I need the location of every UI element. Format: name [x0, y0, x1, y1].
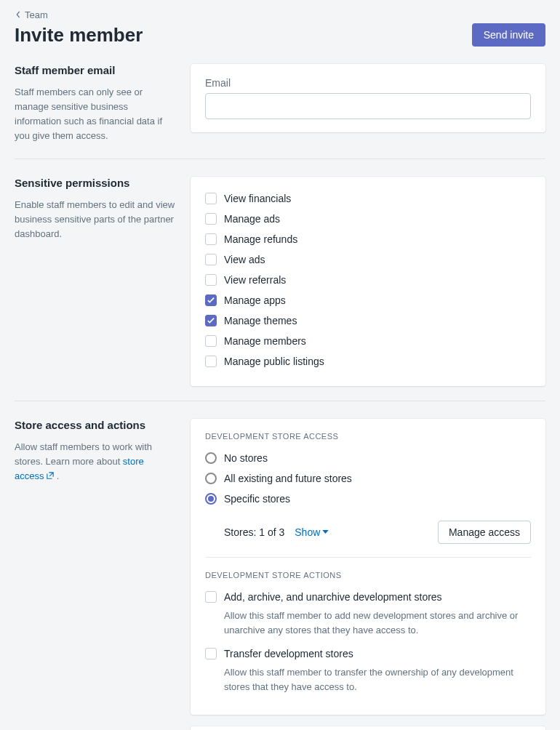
permission-1-row[interactable]: Manage ads	[205, 210, 531, 228]
permission-3-checkbox[interactable]	[205, 254, 217, 265]
show-stores-toggle[interactable]: Show	[295, 526, 329, 538]
permission-2-checkbox[interactable]	[205, 233, 217, 245]
manage-access-button[interactable]: Manage access	[438, 521, 531, 544]
dev-access-option-2-radio[interactable]	[205, 493, 217, 505]
external-link-icon	[47, 472, 54, 479]
dev-action-0-desc: Allow this staff member to add new devel…	[205, 609, 531, 638]
permission-8-checkbox[interactable]	[205, 356, 217, 367]
section-desc-permissions: Enable staff members to edit and view bu…	[15, 198, 176, 241]
permission-7-checkbox[interactable]	[205, 335, 217, 347]
section-title-permissions: Sensitive permissions	[15, 177, 176, 189]
card-heading-dev-access: Development store access	[205, 432, 531, 441]
email-label: Email	[205, 77, 531, 89]
dev-access-option-0-row[interactable]: No stores	[205, 449, 531, 467]
section-title-store: Store access and actions	[15, 419, 176, 431]
dev-access-option-0-radio[interactable]	[205, 452, 217, 464]
dev-action-1-row[interactable]: Transfer development stores	[205, 645, 531, 662]
email-field[interactable]	[205, 93, 531, 119]
dev-access-option-1-radio[interactable]	[205, 473, 217, 484]
permission-7-row[interactable]: Manage members	[205, 332, 531, 350]
send-invite-button[interactable]: Send invite	[472, 23, 545, 47]
permission-5-row[interactable]: Manage apps	[205, 292, 531, 309]
permission-0-label: View financials	[224, 193, 291, 204]
permission-1-label: Manage ads	[224, 213, 280, 225]
section-desc-email: Staff members can only see or manage sen…	[15, 85, 176, 144]
permission-7-label: Manage members	[224, 335, 306, 347]
dev-action-0-label: Add, archive, and unarchive development …	[224, 591, 442, 603]
dev-action-1-label: Transfer development stores	[224, 648, 353, 659]
permission-0-checkbox[interactable]	[205, 193, 217, 204]
section-desc-store: Allow staff members to work with stores.…	[15, 440, 176, 484]
permission-4-label: View referrals	[224, 274, 286, 286]
dev-access-option-1-row[interactable]: All existing and future stores	[205, 470, 531, 487]
permission-5-checkbox[interactable]	[205, 294, 217, 306]
permission-6-checkbox[interactable]	[205, 315, 217, 326]
dev-access-option-2-row[interactable]: Specific stores	[205, 490, 531, 508]
permission-6-row[interactable]: Manage themes	[205, 312, 531, 329]
chevron-left-icon	[15, 11, 22, 18]
permission-6-label: Manage themes	[224, 315, 297, 326]
breadcrumb-label: Team	[25, 9, 48, 20]
permission-3-label: View ads	[224, 254, 265, 265]
dev-access-option-0-label: No stores	[224, 452, 268, 464]
permission-4-row[interactable]: View referrals	[205, 271, 531, 289]
permission-4-checkbox[interactable]	[205, 274, 217, 286]
dev-action-1-desc: Allow this staff member to transfer the …	[205, 665, 531, 694]
permission-2-row[interactable]: Manage refunds	[205, 230, 531, 248]
permission-8-row[interactable]: Manage public listings	[205, 353, 531, 370]
card-heading-dev-actions: Development store actions	[205, 571, 531, 579]
dev-action-1-checkbox[interactable]	[205, 648, 217, 659]
caret-down-icon	[322, 530, 329, 534]
permission-8-label: Manage public listings	[224, 356, 324, 367]
page-title: Invite member	[15, 24, 143, 47]
dev-action-0-row[interactable]: Add, archive, and unarchive development …	[205, 588, 531, 606]
dev-access-option-1-label: All existing and future stores	[224, 473, 352, 484]
permission-0-row[interactable]: View financials	[205, 190, 531, 207]
dev-access-option-2-label: Specific stores	[224, 493, 290, 505]
permission-1-checkbox[interactable]	[205, 213, 217, 225]
breadcrumb-back[interactable]: Team	[15, 9, 48, 20]
dev-action-0-checkbox[interactable]	[205, 591, 217, 603]
permission-3-row[interactable]: View ads	[205, 251, 531, 268]
stores-count: Stores: 1 of 3	[224, 526, 284, 538]
section-title-email: Staff member email	[15, 64, 176, 76]
permission-5-label: Manage apps	[224, 294, 286, 306]
permission-2-label: Manage refunds	[224, 233, 297, 245]
